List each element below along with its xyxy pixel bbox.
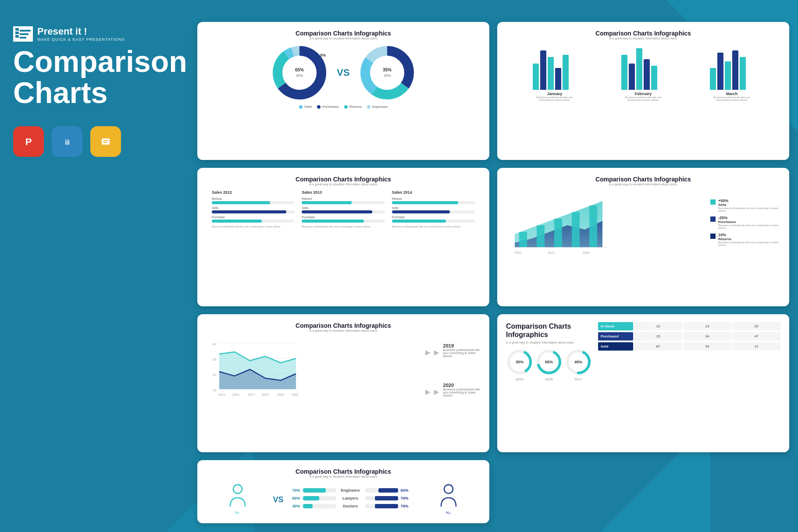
- slide-1-title: Comparison Charts Infographics: [206, 30, 481, 37]
- hbar-row-2: Sells: [212, 206, 295, 213]
- slide-5-title: Comparison Charts Infographics: [206, 322, 481, 329]
- line-chart-area: 40 30 20 10 2011 2: [206, 337, 417, 408]
- table-row-sold: Sold 87 34 12: [598, 342, 780, 351]
- slide-7-title: Comparison Charts Infographics: [206, 468, 481, 475]
- svg-text:2014: 2014: [232, 393, 239, 396]
- svg-text:35%: 35%: [516, 360, 524, 364]
- bar-charts-row: January Business professionals like you …: [506, 44, 780, 101]
- sales-2013-group: Sales 2013 Refund Sells Purchase Busines…: [298, 190, 388, 228]
- table-row-purchased: Purchased 15 34 47: [598, 332, 780, 340]
- table-6: In Stock 12 23 20 Purchased 15 34 47 Sol…: [598, 322, 780, 385]
- svg-point-18: [283, 57, 316, 89]
- svg-rect-2: [15, 35, 19, 38]
- svg-text:2022: 2022: [292, 393, 299, 396]
- donut-2015: 35% 2015: [506, 348, 533, 381]
- svg-point-66: [444, 485, 453, 493]
- slide-1-subtitle: is a great way to visualize information …: [206, 37, 481, 40]
- keynote-icon: 🖥: [52, 126, 82, 157]
- slide7-comparison-bars: 70% Engineers 60% 50% Lawyer: [287, 488, 414, 512]
- slide-1-donut: Comparison Charts Infographics is a grea…: [197, 22, 489, 160]
- svg-text:2017: 2017: [248, 393, 255, 396]
- hbar-row-5: Sells: [302, 206, 385, 213]
- lawyers-left-track: [303, 496, 336, 500]
- svg-rect-12: [103, 140, 108, 141]
- slide7-content: %↑ VS 70% Engineers 60%: [206, 482, 481, 517]
- svg-rect-34: [572, 212, 580, 247]
- doctors-right-track: [365, 504, 398, 508]
- donut-legend: Sells Purchases Returns Expenses: [206, 105, 481, 109]
- svg-rect-5: [20, 37, 26, 39]
- hbar-row-9: Purchase: [392, 216, 475, 223]
- svg-rect-0: [15, 28, 19, 31]
- january-label: January: [533, 92, 577, 96]
- svg-rect-35: [589, 206, 597, 247]
- area-legend: +50% Sells Business professionals like y…: [710, 199, 780, 250]
- march-bars: [710, 50, 754, 90]
- sales-2012-group: Sales 2012 Refund Sells Purchase Busines…: [208, 190, 298, 228]
- slide-5-line: Comparison Charts Infographics is a grea…: [197, 314, 489, 452]
- february-label: February: [621, 92, 665, 96]
- person-2: %↓: [417, 482, 481, 517]
- january-bars: [533, 50, 577, 90]
- svg-text:35%: 35%: [383, 67, 392, 72]
- svg-text:20: 20: [213, 373, 216, 376]
- svg-text:25%: 25%: [296, 74, 303, 78]
- january-desc: Business professionals like you connecti…: [533, 96, 577, 101]
- slide-6-table: Comparison Charts Infographics is a grea…: [497, 314, 789, 452]
- donut-row-6: 35% 2015 65% 2016: [506, 348, 594, 381]
- svg-rect-1: [15, 32, 19, 34]
- slide-3-hbars: Comparison Charts Infographics is a grea…: [197, 168, 489, 306]
- slide-4-area: Comparison Charts Infographics is a grea…: [497, 168, 789, 306]
- march-bar-group: March Business professionals like you co…: [710, 50, 754, 101]
- svg-text:2015: 2015: [262, 393, 269, 396]
- lawyers-bar-row: 50% Lawyers 70%: [287, 496, 414, 500]
- january-bar-group: January Business professionals like you …: [533, 50, 577, 101]
- hbar-row-3: Purchase: [212, 216, 295, 223]
- svg-text:2020: 2020: [583, 251, 590, 254]
- vs-label-1: VS: [337, 67, 349, 78]
- svg-rect-33: [554, 219, 562, 247]
- march-desc: Business professionals like you connecti…: [710, 96, 754, 101]
- logo-title: Present it !: [37, 26, 125, 37]
- table-row-instock: In Stock 12 23 20: [598, 322, 780, 330]
- engineers-right-track: [365, 488, 398, 493]
- slide-7-subtitle: is a great way to visualize information …: [206, 475, 481, 478]
- legend-returns: 10% Returns Business professionals like …: [710, 233, 780, 246]
- logo-subtitle: MAKE QUICK & EASY PRESENTATIONS: [37, 37, 125, 42]
- svg-text:65%: 65%: [295, 67, 304, 72]
- slide-2-subtitle: is a great way to visualize information …: [506, 37, 780, 40]
- sales-2014-group: Sales 2014 Refund Sells Purchase Busines…: [388, 190, 478, 228]
- slides-grid: Comparison Charts Infographics is a grea…: [197, 22, 789, 523]
- hbar-row-6: Purchase: [302, 216, 385, 223]
- person-1: %↑: [206, 482, 270, 517]
- svg-text:2011: 2011: [218, 393, 225, 396]
- engineers-bar-row: 70% Engineers 60%: [287, 488, 414, 493]
- svg-text:P: P: [25, 136, 32, 147]
- engineers-left-track: [303, 488, 336, 493]
- logo-area: Present it ! MAKE QUICK & EASY PRESENTAT…: [13, 26, 184, 42]
- slide-2-bars: Comparison Charts Infographics is a grea…: [497, 22, 789, 160]
- slide-4-title: Comparison Charts Infographics: [506, 176, 780, 183]
- svg-text:🖥: 🖥: [64, 138, 71, 146]
- svg-rect-31: [519, 232, 527, 247]
- donut-2: 35% 25%: [359, 44, 416, 101]
- vs-label-2: VS: [273, 495, 284, 504]
- svg-text:30: 30: [213, 358, 216, 361]
- february-bar-group: February Business professionals like you…: [621, 48, 665, 101]
- hbar-section: Sales 2012 Refund Sells Purchase Busines…: [206, 190, 481, 228]
- left-panel: Present it ! MAKE QUICK & EASY PRESENTAT…: [13, 26, 184, 157]
- svg-text:10: 10: [213, 389, 216, 392]
- svg-rect-32: [537, 225, 545, 247]
- donut-2017: 45% 2017: [565, 348, 592, 381]
- svg-text:25%: 25%: [384, 74, 391, 78]
- donut-container: 65% 25% 5% VS 35% 25%: [206, 44, 481, 101]
- slide-3-title: Comparison Charts Infographics: [206, 176, 481, 183]
- slide6-sub: is a great way to visualize information …: [506, 341, 594, 344]
- svg-point-25: [371, 57, 403, 89]
- svg-text:Jul 8: Jul 8: [548, 251, 554, 254]
- doctors-left-track: [303, 504, 336, 508]
- logo-text: Present it ! MAKE QUICK & EASY PRESENTAT…: [37, 26, 125, 41]
- slides-icon: [90, 126, 121, 157]
- app-icons: P 🖥: [13, 126, 184, 157]
- doctors-bar-row: 30% Doctors 70%: [287, 504, 414, 508]
